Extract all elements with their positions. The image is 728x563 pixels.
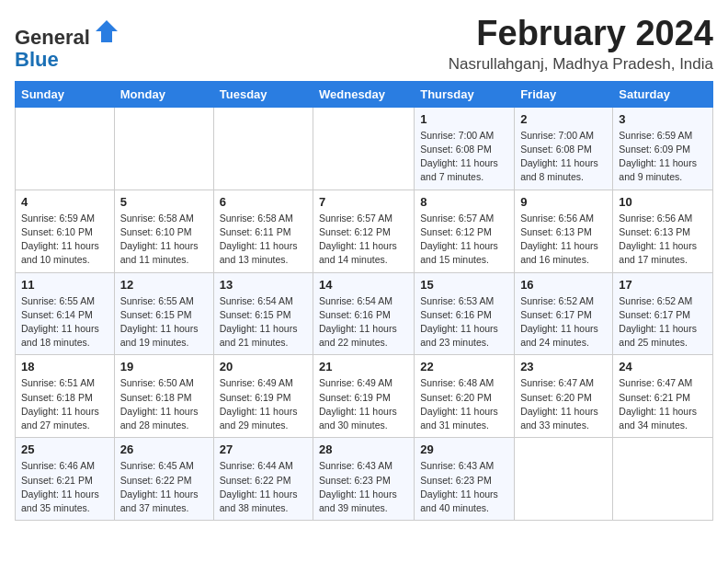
- logo-blue-text: Blue: [15, 48, 59, 71]
- day-number: 21: [319, 360, 408, 373]
- calendar-week-row: 25Sunrise: 6:46 AM Sunset: 6:21 PM Dayli…: [16, 438, 713, 521]
- calendar-week-row: 1Sunrise: 7:00 AM Sunset: 6:08 PM Daylig…: [16, 107, 713, 190]
- calendar-cell: [213, 107, 313, 190]
- logo-icon: [94, 18, 119, 44]
- day-number: 17: [619, 278, 707, 292]
- calendar-cell: 2Sunrise: 7:00 AM Sunset: 6:08 PM Daylig…: [515, 107, 613, 190]
- calendar-cell: 27Sunrise: 6:44 AM Sunset: 6:22 PM Dayli…: [213, 438, 313, 521]
- weekday-header-wednesday: Wednesday: [313, 81, 415, 107]
- location-title: Nasrullahganj, Madhya Pradesh, India: [449, 55, 713, 74]
- day-number: 23: [520, 360, 607, 373]
- day-number: 22: [420, 360, 508, 373]
- calendar-cell: 19Sunrise: 6:50 AM Sunset: 6:18 PM Dayli…: [114, 355, 213, 438]
- day-number: 3: [619, 112, 707, 126]
- day-number: 18: [21, 360, 108, 373]
- day-info: Sunrise: 6:50 AM Sunset: 6:18 PM Dayligh…: [120, 376, 208, 432]
- weekday-header-tuesday: Tuesday: [213, 81, 313, 107]
- calendar-cell: 9Sunrise: 6:56 AM Sunset: 6:13 PM Daylig…: [515, 190, 613, 272]
- day-number: 7: [319, 195, 408, 209]
- day-info: Sunrise: 6:57 AM Sunset: 6:12 PM Dayligh…: [319, 212, 408, 268]
- calendar-cell: 4Sunrise: 6:59 AM Sunset: 6:10 PM Daylig…: [16, 190, 115, 272]
- calendar-cell: 13Sunrise: 6:54 AM Sunset: 6:15 PM Dayli…: [213, 272, 313, 355]
- day-info: Sunrise: 6:47 AM Sunset: 6:20 PM Dayligh…: [520, 376, 607, 432]
- calendar-cell: 1Sunrise: 7:00 AM Sunset: 6:08 PM Daylig…: [415, 107, 515, 190]
- calendar-cell: 20Sunrise: 6:49 AM Sunset: 6:19 PM Dayli…: [213, 355, 313, 438]
- calendar-cell: 29Sunrise: 6:43 AM Sunset: 6:23 PM Dayli…: [415, 438, 515, 521]
- title-block: February 2024 Nasrullahganj, Madhya Prad…: [449, 15, 713, 74]
- svg-marker-0: [96, 20, 118, 42]
- day-number: 20: [220, 360, 307, 373]
- day-info: Sunrise: 6:57 AM Sunset: 6:12 PM Dayligh…: [420, 212, 508, 268]
- day-info: Sunrise: 6:48 AM Sunset: 6:20 PM Dayligh…: [420, 376, 508, 432]
- day-info: Sunrise: 6:54 AM Sunset: 6:15 PM Dayligh…: [220, 294, 307, 350]
- logo-general-text: General: [15, 26, 90, 49]
- day-info: Sunrise: 6:53 AM Sunset: 6:16 PM Dayligh…: [420, 294, 508, 350]
- weekday-header-monday: Monday: [114, 81, 213, 107]
- calendar-cell: 6Sunrise: 6:58 AM Sunset: 6:11 PM Daylig…: [213, 190, 313, 272]
- calendar-cell: 15Sunrise: 6:53 AM Sunset: 6:16 PM Dayli…: [415, 272, 515, 355]
- weekday-header-saturday: Saturday: [613, 81, 713, 107]
- day-info: Sunrise: 6:56 AM Sunset: 6:13 PM Dayligh…: [520, 212, 607, 268]
- day-info: Sunrise: 7:00 AM Sunset: 6:08 PM Dayligh…: [420, 129, 508, 185]
- day-info: Sunrise: 6:51 AM Sunset: 6:18 PM Dayligh…: [21, 376, 108, 432]
- day-info: Sunrise: 6:55 AM Sunset: 6:15 PM Dayligh…: [120, 294, 208, 350]
- day-info: Sunrise: 6:52 AM Sunset: 6:17 PM Dayligh…: [619, 294, 707, 350]
- weekday-header-row: SundayMondayTuesdayWednesdayThursdayFrid…: [16, 81, 713, 107]
- day-info: Sunrise: 6:45 AM Sunset: 6:22 PM Dayligh…: [120, 459, 208, 515]
- day-info: Sunrise: 6:58 AM Sunset: 6:10 PM Dayligh…: [120, 212, 208, 268]
- calendar-cell: 11Sunrise: 6:55 AM Sunset: 6:14 PM Dayli…: [16, 272, 115, 355]
- calendar-cell: 10Sunrise: 6:56 AM Sunset: 6:13 PM Dayli…: [613, 190, 713, 272]
- calendar-table: SundayMondayTuesdayWednesdayThursdayFrid…: [15, 81, 713, 521]
- day-number: 28: [319, 442, 408, 456]
- calendar-cell: 12Sunrise: 6:55 AM Sunset: 6:15 PM Dayli…: [114, 272, 213, 355]
- day-info: Sunrise: 6:43 AM Sunset: 6:23 PM Dayligh…: [319, 459, 408, 515]
- day-info: Sunrise: 6:49 AM Sunset: 6:19 PM Dayligh…: [319, 376, 408, 432]
- day-info: Sunrise: 6:54 AM Sunset: 6:16 PM Dayligh…: [319, 294, 408, 350]
- day-number: 26: [120, 442, 208, 456]
- weekday-header-friday: Friday: [515, 81, 613, 107]
- day-number: 8: [420, 195, 508, 209]
- day-number: 11: [21, 278, 108, 292]
- day-number: 24: [619, 360, 707, 373]
- day-number: 5: [120, 195, 208, 209]
- calendar-week-row: 18Sunrise: 6:51 AM Sunset: 6:18 PM Dayli…: [16, 355, 713, 438]
- calendar-cell: 25Sunrise: 6:46 AM Sunset: 6:21 PM Dayli…: [16, 438, 115, 521]
- calendar-cell: 23Sunrise: 6:47 AM Sunset: 6:20 PM Dayli…: [515, 355, 613, 438]
- day-info: Sunrise: 6:43 AM Sunset: 6:23 PM Dayligh…: [420, 459, 508, 515]
- calendar-cell: 18Sunrise: 6:51 AM Sunset: 6:18 PM Dayli…: [16, 355, 115, 438]
- month-title: February 2024: [449, 15, 713, 53]
- weekday-header-thursday: Thursday: [415, 81, 515, 107]
- day-number: 10: [619, 195, 707, 209]
- calendar-cell: 24Sunrise: 6:47 AM Sunset: 6:21 PM Dayli…: [613, 355, 713, 438]
- day-info: Sunrise: 6:49 AM Sunset: 6:19 PM Dayligh…: [220, 376, 307, 432]
- day-number: 2: [520, 112, 607, 126]
- day-info: Sunrise: 6:55 AM Sunset: 6:14 PM Dayligh…: [21, 294, 108, 350]
- calendar-cell: 5Sunrise: 6:58 AM Sunset: 6:10 PM Daylig…: [114, 190, 213, 272]
- calendar-cell: 16Sunrise: 6:52 AM Sunset: 6:17 PM Dayli…: [515, 272, 613, 355]
- calendar-cell: 7Sunrise: 6:57 AM Sunset: 6:12 PM Daylig…: [313, 190, 415, 272]
- day-number: 9: [520, 195, 607, 209]
- day-number: 14: [319, 278, 408, 292]
- calendar-cell: [613, 438, 713, 521]
- calendar-cell: [515, 438, 613, 521]
- calendar-cell: [114, 107, 213, 190]
- day-info: Sunrise: 6:46 AM Sunset: 6:21 PM Dayligh…: [21, 459, 108, 515]
- calendar-cell: 3Sunrise: 6:59 AM Sunset: 6:09 PM Daylig…: [613, 107, 713, 190]
- day-number: 13: [220, 278, 307, 292]
- day-number: 29: [420, 442, 508, 456]
- day-number: 1: [420, 112, 508, 126]
- day-info: Sunrise: 6:56 AM Sunset: 6:13 PM Dayligh…: [619, 212, 707, 268]
- calendar-cell: 14Sunrise: 6:54 AM Sunset: 6:16 PM Dayli…: [313, 272, 415, 355]
- calendar-cell: 28Sunrise: 6:43 AM Sunset: 6:23 PM Dayli…: [313, 438, 415, 521]
- day-info: Sunrise: 6:47 AM Sunset: 6:21 PM Dayligh…: [619, 376, 707, 432]
- calendar-week-row: 4Sunrise: 6:59 AM Sunset: 6:10 PM Daylig…: [16, 190, 713, 272]
- day-number: 25: [21, 442, 108, 456]
- calendar-cell: 8Sunrise: 6:57 AM Sunset: 6:12 PM Daylig…: [415, 190, 515, 272]
- calendar-cell: [313, 107, 415, 190]
- weekday-header-sunday: Sunday: [16, 81, 115, 107]
- page-header: General Blue February 2024 Nasrullahganj…: [15, 15, 713, 74]
- day-info: Sunrise: 7:00 AM Sunset: 6:08 PM Dayligh…: [520, 129, 607, 185]
- day-info: Sunrise: 6:59 AM Sunset: 6:09 PM Dayligh…: [619, 129, 707, 185]
- day-info: Sunrise: 6:44 AM Sunset: 6:22 PM Dayligh…: [220, 459, 307, 515]
- day-number: 12: [120, 278, 208, 292]
